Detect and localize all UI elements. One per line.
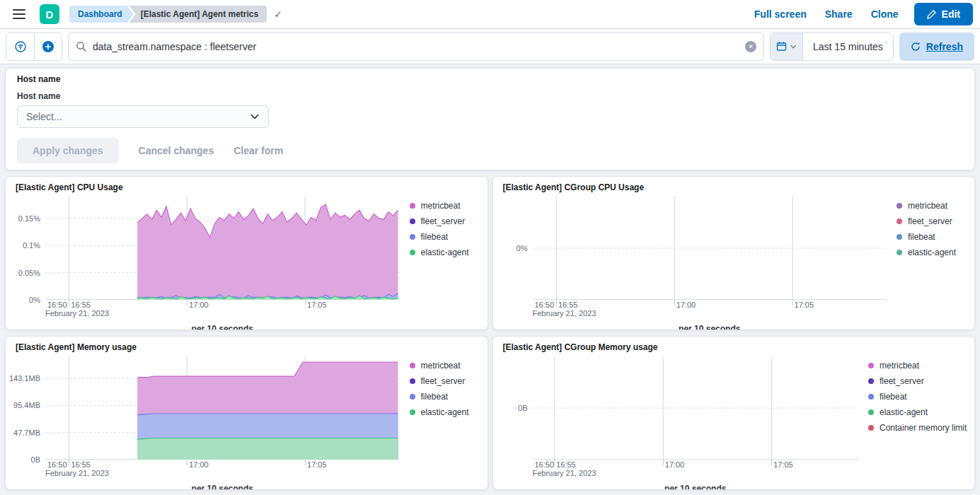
x-axis-title: per 10 seconds [533, 324, 887, 330]
x-axis-date: February 21, 2023 [533, 469, 967, 478]
legend-item[interactable]: elastic-agent [410, 248, 479, 257]
legend-item[interactable]: elastic-agent [897, 248, 966, 257]
memory-usage-panel: [Elastic Agent] Memory usage 143.1MB95.4… [6, 337, 488, 489]
breadcrumb-current[interactable]: [Elastic Agent] Agent metrics [129, 6, 267, 23]
y-tick-label: 95.4MB [13, 401, 40, 409]
charts-grid: [Elastic Agent] CPU Usage 0.15%0.1%0.05%… [6, 177, 974, 489]
legend-item[interactable]: filebeat [410, 232, 479, 242]
clear-form-button[interactable]: Clear form [234, 145, 283, 156]
x-tick-label: 17:05 [305, 460, 327, 469]
menu-icon[interactable] [7, 2, 31, 26]
y-tick-label: 0B [518, 404, 527, 412]
x-tick-label: 16:55 [69, 301, 91, 309]
x-tick-label: 16:55 [554, 460, 576, 469]
legend-item[interactable]: Container memory limit [868, 423, 966, 433]
legend-item[interactable]: fleet_server [410, 376, 479, 386]
x-tick-label: 17:00 [187, 301, 209, 309]
cpu-usage-panel: [Elastic Agent] CPU Usage 0.15%0.1%0.05%… [6, 177, 488, 330]
legend-item[interactable]: filebeat [868, 392, 966, 402]
y-axis: 0B [502, 356, 533, 460]
legend-item[interactable]: metricbeat [410, 201, 479, 211]
legend-item[interactable]: fleet_server [897, 216, 966, 226]
full-screen-link[interactable]: Full screen [754, 8, 807, 20]
query-bar: ✕ Last 15 minutes Refresh [0, 29, 980, 64]
x-tick-label: 17:00 [663, 460, 685, 469]
saved-query-icon-button[interactable] [6, 33, 34, 60]
x-axis: 16:5016:5517:0017:05 [533, 460, 859, 469]
legend-dot-icon [410, 219, 415, 224]
legend-dot-icon [868, 409, 874, 415]
legend-item[interactable]: metricbeat [897, 201, 966, 211]
refresh-button[interactable]: Refresh [899, 33, 974, 61]
x-axis-title: per 10 seconds [45, 484, 400, 489]
legend-dot-icon [868, 363, 874, 368]
chart-title: [Elastic Agent] CPU Usage [16, 182, 478, 192]
time-range-button[interactable]: Last 15 minutes [803, 33, 893, 60]
chart-legend: metricbeatfleet_serverfilebeatelastic-ag… [400, 197, 479, 300]
query-input[interactable] [93, 41, 739, 52]
edit-button[interactable]: Edit [914, 3, 973, 25]
legend-dot-icon [868, 378, 874, 384]
legend-item[interactable]: fleet_server [410, 216, 479, 226]
x-tick-label: 17:05 [792, 301, 814, 309]
y-axis: 0% [502, 197, 533, 300]
query-input-wrapper: ✕ [68, 33, 764, 61]
legend-dot-icon [897, 203, 902, 209]
legend-item[interactable]: metricbeat [410, 361, 479, 371]
x-tick-label: 16:50 [45, 460, 67, 469]
x-tick-label: 17:00 [187, 460, 209, 469]
apply-changes-button[interactable]: Apply changes [17, 138, 119, 163]
legend-dot-icon [868, 425, 874, 431]
dashboard-content: Host name Host name Select... Apply chan… [0, 64, 980, 495]
control-panel-title: Host name [17, 74, 963, 84]
deployment-logo[interactable]: D [40, 4, 59, 24]
x-axis: 16:5016:5517:0017:05 [533, 300, 887, 309]
breadcrumb-dashboard[interactable]: Dashboard [69, 6, 134, 23]
calendar-dropdown-button[interactable] [771, 33, 803, 60]
y-tick-label: 143.1MB [9, 374, 40, 383]
legend-item[interactable]: elastic-agent [868, 407, 966, 417]
share-link[interactable]: Share [825, 8, 853, 20]
legend-dot-icon [410, 203, 415, 209]
legend-item[interactable]: filebeat [410, 392, 479, 402]
x-tick-label: 16:55 [556, 301, 578, 309]
chart-plot-area [45, 197, 400, 300]
x-tick-label: 16:50 [533, 301, 555, 309]
host-name-select[interactable]: Select... [17, 105, 269, 128]
clear-query-icon[interactable]: ✕ [745, 41, 756, 52]
plus-circle-icon [42, 40, 54, 53]
check-icon: ✓ [274, 8, 282, 20]
host-name-field-label: Host name [17, 91, 963, 101]
x-axis: 16:5016:5517:0017:05 [45, 460, 400, 469]
chevron-down-icon [250, 112, 260, 122]
refresh-button-label: Refresh [926, 41, 963, 52]
cancel-changes-button[interactable]: Cancel changes [139, 145, 214, 156]
legend-item[interactable]: filebeat [897, 232, 966, 242]
legend-item[interactable]: fleet_server [868, 376, 966, 386]
y-axis: 143.1MB95.4MB47.7MB0B [14, 356, 45, 460]
add-filter-button[interactable] [34, 33, 62, 60]
y-tick-label: 0.05% [18, 269, 40, 277]
chart-title: [Elastic Agent] CGroup CPU Usage [503, 182, 965, 192]
legend-dot-icon [410, 363, 415, 368]
legend-dot-icon [868, 394, 874, 400]
x-tick-label: 16:50 [533, 460, 555, 469]
legend-item[interactable]: elastic-agent [410, 407, 479, 417]
y-tick-label: 47.7MB [13, 429, 40, 437]
y-tick-label: 0% [517, 244, 528, 252]
host-name-control-panel: Host name Host name Select... Apply chan… [6, 69, 974, 170]
chart-plot-area [533, 197, 887, 300]
chart-legend: metricbeatfleet_serverfilebeatelastic-ag… [887, 197, 966, 300]
cgroup-cpu-usage-panel: [Elastic Agent] CGroup CPU Usage 0% metr… [493, 177, 975, 330]
x-axis-date: February 21, 2023 [45, 309, 479, 318]
clone-link[interactable]: Clone [871, 8, 899, 20]
chevron-down-icon [790, 43, 797, 50]
legend-dot-icon [897, 234, 902, 240]
x-axis-date: February 21, 2023 [533, 309, 967, 318]
legend-dot-icon [410, 250, 415, 255]
y-tick-label: 0B [31, 455, 40, 464]
x-tick-label: 17:00 [674, 301, 696, 309]
chart-plot-area [45, 356, 400, 460]
legend-dot-icon [410, 409, 415, 415]
legend-item[interactable]: metricbeat [868, 361, 966, 371]
